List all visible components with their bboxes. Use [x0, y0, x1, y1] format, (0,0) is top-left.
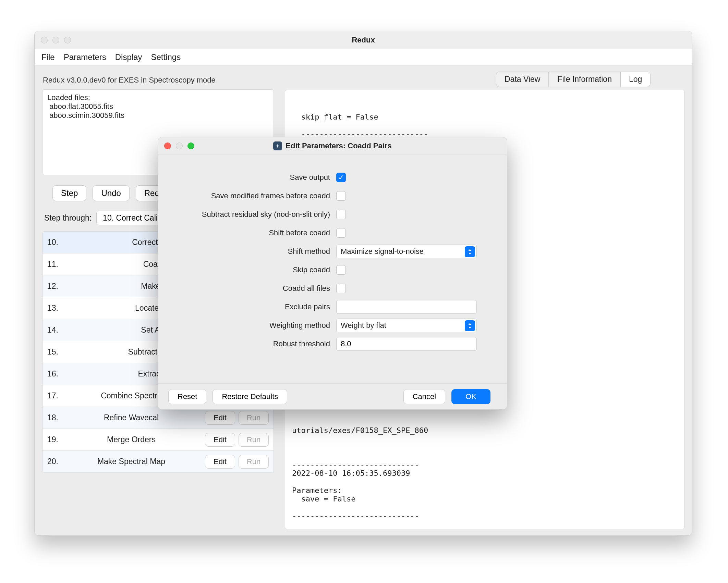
shift-before-label: Shift before coadd: [172, 228, 336, 237]
step-number: 20.: [47, 457, 68, 466]
step-row[interactable]: 20.Make Spectral MapEditRun: [43, 451, 274, 473]
menu-file[interactable]: File: [41, 52, 55, 62]
app-icon: ✦: [273, 141, 282, 150]
shift-method-label: Shift method: [172, 247, 336, 256]
titlebar: Redux: [35, 31, 692, 49]
step-number: 18.: [47, 413, 68, 422]
dialog-title: ✦ Edit Parameters: Coadd Pairs: [158, 141, 507, 150]
window-title: Redux: [35, 36, 692, 45]
menu-settings[interactable]: Settings: [151, 52, 181, 62]
menu-display[interactable]: Display: [115, 52, 142, 62]
step-name: Refine Wavecal: [68, 413, 202, 422]
step-number: 13.: [47, 303, 68, 313]
run-button[interactable]: Run: [239, 433, 269, 447]
save-modified-checkbox[interactable]: [336, 191, 346, 201]
log-top: skip_flat = False ----------------------…: [292, 113, 677, 138]
step-row[interactable]: 18.Refine WavecalEditRun: [43, 407, 274, 429]
save-output-checkbox[interactable]: ✓: [336, 173, 346, 182]
edit-button[interactable]: Edit: [205, 411, 235, 425]
step-number: 11.: [47, 260, 68, 269]
step-number: 14.: [47, 325, 68, 335]
coadd-all-checkbox[interactable]: [336, 284, 346, 293]
robust-input[interactable]: [336, 337, 477, 351]
log-bottom: utorials/exes/F0158_EX_SPE_860 ---------…: [292, 426, 677, 529]
menubar: File Parameters Display Settings: [35, 49, 692, 65]
edit-button[interactable]: Edit: [205, 433, 235, 447]
edit-button[interactable]: Edit: [205, 455, 235, 469]
step-name: Make Spectral Map: [68, 457, 202, 466]
tab-data-view[interactable]: Data View: [496, 72, 549, 87]
tab-file-information[interactable]: File Information: [549, 72, 620, 87]
ok-button[interactable]: OK: [451, 389, 490, 404]
save-modified-label: Save modified frames before coadd: [172, 191, 336, 200]
robust-label: Robust threshold: [172, 339, 336, 348]
save-output-label: Save output: [172, 173, 336, 182]
restore-defaults-button[interactable]: Restore Defaults: [213, 389, 287, 404]
tab-log[interactable]: Log: [620, 72, 651, 87]
step-through-label: Step through:: [44, 213, 92, 223]
cancel-button[interactable]: Cancel: [403, 389, 445, 404]
step-name: Merge Orders: [68, 435, 202, 444]
status-text: Redux v3.0.0.dev0 for EXES in Spectrosco…: [43, 76, 274, 85]
step-number: 16.: [47, 369, 68, 379]
weighting-select[interactable]: Weight by flat: [336, 319, 477, 332]
undo-button[interactable]: Undo: [93, 185, 129, 201]
step-row[interactable]: 19.Merge OrdersEditRun: [43, 429, 274, 451]
shift-before-checkbox[interactable]: [336, 228, 346, 238]
chevron-updown-icon: [465, 320, 475, 331]
run-button[interactable]: Run: [239, 411, 269, 425]
subtract-sky-label: Subtract residual sky (nod-on-slit only): [172, 210, 336, 219]
step-number: 10.: [47, 238, 68, 247]
reset-button[interactable]: Reset: [168, 389, 206, 404]
run-button[interactable]: Run: [239, 455, 269, 469]
step-number: 17.: [47, 391, 68, 400]
step-number: 19.: [47, 435, 68, 444]
chevron-updown-icon: [465, 246, 475, 257]
exclude-pairs-label: Exclude pairs: [172, 302, 336, 311]
weighting-label: Weighting method: [172, 321, 336, 330]
menu-parameters[interactable]: Parameters: [64, 52, 106, 62]
subtract-sky-checkbox[interactable]: [336, 210, 346, 219]
skip-coadd-label: Skip coadd: [172, 265, 336, 274]
step-button[interactable]: Step: [52, 185, 86, 201]
loaded-files-header: Loaded files:: [47, 93, 269, 102]
exclude-pairs-input[interactable]: [336, 300, 477, 314]
skip-coadd-checkbox[interactable]: [336, 265, 346, 275]
step-number: 12.: [47, 282, 68, 291]
edit-parameters-dialog: ✦ Edit Parameters: Coadd Pairs Save outp…: [158, 137, 507, 410]
loaded-file: aboo.flat.30055.fits: [49, 102, 269, 111]
step-number: 15.: [47, 347, 68, 357]
loaded-file: aboo.scimin.30059.fits: [49, 111, 269, 120]
shift-method-select[interactable]: Maximize signal-to-noise: [336, 245, 477, 258]
coadd-all-label: Coadd all files: [172, 284, 336, 293]
